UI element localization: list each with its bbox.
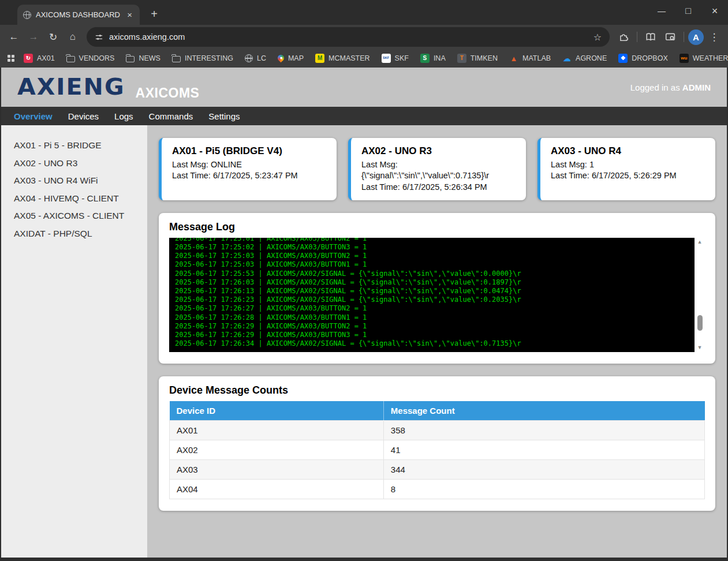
sidebar-device-item[interactable]: AX04 - HIVEMQ - CLIENT — [14, 193, 141, 204]
device-card-last-msg: Last Msg: ONLINE — [172, 159, 326, 170]
bookmark-label: SKF — [395, 54, 409, 62]
new-tab-button[interactable]: + — [145, 5, 163, 23]
log-wrap: 2025-06-17 17:25:01 | AXICOMS/AX03/BUTTO… — [169, 238, 705, 352]
sidebar-device-item[interactable]: AXIDAT - PHP/SQL — [14, 229, 141, 239]
log-scrollbar[interactable]: ▲ ▼ — [695, 238, 705, 352]
bookmark-icon — [245, 54, 253, 62]
log-line: 2025-06-17 17:25:03 | AXICOMS/AX03/BUTTO… — [175, 252, 689, 260]
bookmark-label: NEWS — [139, 54, 160, 62]
reload-button[interactable]: ↻ — [44, 28, 62, 46]
extensions-puzzle-icon[interactable] — [614, 28, 633, 46]
scrollbar-track[interactable] — [697, 245, 703, 345]
log-line: 2025-06-17 17:26:28 | AXICOMS/AX03/BUTTO… — [175, 313, 689, 322]
bookmark-icon: SKF — [382, 54, 391, 63]
bookmark-item[interactable]: VENDORS — [61, 51, 120, 66]
bookmark-label: INA — [434, 54, 446, 62]
bookmark-item[interactable]: wu WEATHER — [674, 51, 728, 66]
bookmark-item[interactable]: ☁ AGRONE — [557, 51, 612, 66]
menu-dots-icon[interactable]: ⋮ — [705, 28, 723, 46]
content-area: AX01 - Pi 5 - BRIDGE AX02 - UNO R3 AX03 … — [1, 125, 727, 558]
message-log-panel: Message Log 2025-06-17 17:25:01 | AXICOM… — [159, 213, 715, 364]
bookmark-label: MATLAB — [522, 54, 551, 62]
site-settings-tune-icon[interactable] — [95, 33, 103, 42]
nav-link[interactable]: Devices — [68, 111, 99, 121]
bookmark-icon — [66, 56, 75, 62]
tab-close-icon[interactable]: × — [125, 10, 134, 20]
home-button[interactable]: ⌂ — [64, 28, 82, 46]
bookmark-label: AGRONE — [576, 54, 607, 62]
bookmark-label: WEATHER — [693, 54, 728, 62]
bookmark-item[interactable]: ↻ AX01 — [18, 51, 60, 66]
profile-avatar[interactable]: A — [688, 29, 704, 45]
log-line: 2025-06-17 17:25:03 | AXICOMS/AX03/BUTTO… — [175, 260, 689, 269]
bookmark-item[interactable]: NEWS — [121, 51, 166, 66]
tab-strip: AXICOMS DASHBOARD V4 × + — □ × — [0, 0, 728, 25]
forward-button[interactable]: → — [24, 28, 43, 46]
bookmark-label: INTERESTING — [185, 54, 233, 62]
sidebar-device-item[interactable]: AX03 - UNO R4 WiFi — [14, 175, 141, 186]
bookmark-icon: S — [420, 54, 430, 63]
counts-row: AX01 358 — [170, 420, 705, 440]
device-card: AX02 - UNO R3 Last Msg: {\"signal\":\"si… — [348, 138, 526, 200]
sidebar-device-item[interactable]: AX05 - AXICOMS - CLIENT — [14, 211, 141, 221]
bookmark-icon — [277, 53, 286, 62]
browser-tab[interactable]: AXICOMS DASHBOARD V4 × — [17, 5, 140, 25]
app-title: AXICOMS — [136, 85, 200, 101]
scrollbar-thumb[interactable] — [697, 315, 703, 331]
screen-search-icon[interactable] — [661, 28, 680, 46]
nav-link[interactable]: Logs — [114, 111, 133, 121]
bookmark-item[interactable]: M MCMASTER — [310, 51, 375, 66]
bookmark-star-icon[interactable]: ☆ — [593, 32, 602, 43]
nav-link[interactable]: Commands — [149, 111, 193, 121]
device-card-last-time: Last Time: 6/17/2025, 5:26:34 PM — [361, 182, 516, 193]
counts-row: AX04 8 — [170, 479, 705, 499]
scroll-up-icon[interactable]: ▲ — [697, 240, 703, 245]
sidebar-device-item[interactable]: AX02 - UNO R3 — [14, 158, 141, 169]
toolbar-separator — [637, 32, 637, 42]
bookmark-item[interactable]: S INA — [415, 51, 451, 66]
bookmark-icon — [172, 56, 181, 62]
counts-body: AX01 358 AX02 41 AX03 344 — [170, 420, 705, 499]
log-line: 2025-06-17 17:26:29 | AXICOMS/AX03/BUTTO… — [175, 331, 689, 339]
bookmark-label: VENDORS — [79, 54, 115, 62]
url-bar[interactable]: axicoms.axieng.com ☆ — [87, 27, 610, 47]
scroll-down-icon[interactable]: ▼ — [697, 345, 703, 350]
toolbar-separator — [684, 32, 684, 42]
maximize-button[interactable]: □ — [675, 0, 701, 22]
nav-link[interactable]: Settings — [208, 111, 240, 121]
tab-title: AXICOMS DASHBOARD V4 — [36, 10, 121, 19]
device-card-last-time: Last Time: 6/17/2025, 5:26:29 PM — [551, 170, 705, 181]
device-sidebar: AX01 - Pi 5 - BRIDGE AX02 - UNO R3 AX03 … — [1, 125, 147, 558]
bookmark-item[interactable]: MAP — [272, 51, 309, 66]
sidebar-device-item[interactable]: AX01 - Pi 5 - BRIDGE — [14, 140, 141, 151]
log-line: 2025-06-17 17:25:02 | AXICOMS/AX03/BUTTO… — [175, 243, 689, 252]
reading-list-book-icon[interactable] — [641, 28, 660, 46]
site-nav: Overview Devices Logs Commands Settings — [1, 107, 727, 125]
bookmark-label: MAP — [288, 54, 304, 62]
device-card: AX03 - UNO R4 Last Msg: 1 Last Time: 6/1… — [537, 138, 715, 200]
bookmark-item[interactable]: ❖ DROPBOX — [613, 51, 673, 66]
device-card-last-time: Last Time: 6/17/2025, 5:23:47 PM — [172, 170, 326, 181]
back-button[interactable]: ← — [5, 28, 23, 46]
log-line: 2025-06-17 17:26:23 | AXICOMS/AX02/SIGNA… — [175, 296, 689, 304]
close-window-button[interactable]: × — [701, 0, 728, 22]
bookmark-item[interactable]: LC — [240, 51, 271, 66]
tab-favicon-globe-icon — [23, 11, 31, 19]
bookmark-label: LC — [257, 54, 266, 62]
bookmark-icon: T — [457, 54, 466, 63]
minimize-button[interactable]: — — [648, 0, 675, 22]
browser-toolbar: ← → ↻ ⌂ axicoms.axieng.com ☆ A ⋮ — [0, 25, 728, 49]
device-id-cell: AX03 — [170, 459, 384, 479]
main-panel: AX01 - Pi5 (BRIDGE V4) Last Msg: ONLINE … — [147, 125, 727, 558]
bookmark-item[interactable]: ▲ MATLAB — [504, 51, 556, 66]
device-message-counts-panel: Device Message Counts Device ID Message … — [159, 376, 715, 511]
bookmark-item[interactable]: INTERESTING — [167, 51, 238, 66]
nav-link[interactable]: Overview — [14, 111, 53, 121]
bookmark-icon: ☁ — [562, 54, 572, 63]
device-card-title: AX01 - Pi5 (BRIDGE V4) — [172, 145, 326, 157]
bookmark-item[interactable]: T TIMKEN — [452, 51, 503, 66]
counts-header-row: Device ID Message Count — [170, 401, 705, 421]
bookmark-item[interactable]: SKF SKF — [376, 51, 414, 66]
url-text: axicoms.axieng.com — [109, 32, 185, 42]
log-line: 2025-06-17 17:26:34 | AXICOMS/AX02/SIGNA… — [175, 339, 689, 348]
